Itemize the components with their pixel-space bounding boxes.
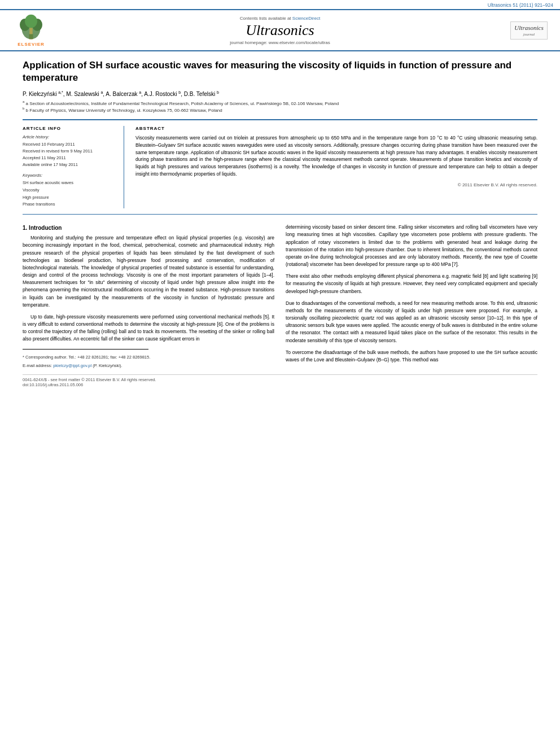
ultrasonics-logo-box: Ultrasonics journal [504,21,554,40]
svg-rect-5 [29,28,32,34]
article-info-col: ARTICLE INFO Article history: Received 1… [23,126,124,208]
received-revised-date: Received in revised form 9 May 2011 [23,148,117,155]
footnote-email: E-mail address: pkielczy@ippt.gov.pl (P.… [23,362,274,369]
journal-header: ELSEVIER Contents lists available at Sci… [0,9,560,51]
svg-point-4 [25,15,37,28]
abstract-col: ABSTRACT Viscosity measurements were car… [135,126,537,208]
main-right-col: determining viscosity based on sinker de… [286,224,537,369]
bottom-line2: doi:10.1016/j.ultras.2011.05.006 [23,382,537,387]
citation-bar: Ultrasonics 51 (2011) 921–924 [0,0,560,9]
main-content: 1. Introduction Monitoring and studying … [23,224,537,369]
keywords-label: Keywords: [23,173,117,178]
section1-para2: Up to date, high-pressure viscosity meas… [23,313,274,343]
article-dates: Received 10 February 2011 Received in re… [23,141,117,168]
keyword-4: Phase transitions [23,201,117,208]
article-body: Application of SH surface acoustic waves… [0,51,560,399]
abstract-header: ABSTRACT [135,126,537,131]
sciencedirect-link[interactable]: ScienceDirect [292,16,320,21]
right-para4: To overcome the disadvantage of the bulk… [286,349,537,364]
section1-para2-text: Up to date, high-pressure viscosity meas… [23,313,274,343]
homepage-line: journal homepage: www.elsevier.com/locat… [56,40,504,45]
citation-text: Ultrasonics 51 (2011) 921–924 [488,2,553,8]
keyword-1: SH surface acoustic waves [23,180,117,187]
section1-title: 1. Introduction [23,225,274,231]
received-date: Received 10 February 2011 [23,141,117,148]
email-link[interactable]: pkielczy@ippt.gov.pl [53,363,91,368]
keywords-list: SH surface acoustic waves Viscosity High… [23,180,117,208]
ultrasonics-logo: Ultrasonics journal [510,21,547,40]
bottom-bar: 0041-624X/$ - see front matter © 2011 El… [23,374,537,387]
right-para2: There exist also other methods employing… [286,273,537,295]
elsevier-logo: ELSEVIER [6,14,56,47]
footnote-corresponding: * Corresponding author. Tel.: +48 22 826… [23,354,274,360]
keyword-3: High pressure [23,194,117,202]
journal-title: Ultrasonics [56,22,504,39]
main-left-col: 1. Introduction Monitoring and studying … [23,224,274,369]
elsevier-tree-icon [14,14,48,42]
footnote-divider [23,349,148,352]
elsevier-label: ELSEVIER [18,42,45,47]
journal-center: Contents lists available at ScienceDirec… [56,16,504,45]
info-abstract-section: ARTICLE INFO Article history: Received 1… [23,119,537,215]
right-para3: Due to disadvantages of the conventional… [286,300,537,344]
right-para1: determining viscosity based on sinker de… [286,224,537,268]
section1-para1: Monitoring and studying the pressure and… [23,234,274,309]
bottom-line1: 0041-624X/$ - see front matter © 2011 El… [23,377,537,382]
accepted-date: Accepted 11 May 2011 [23,155,117,161]
keyword-2: Viscosity [23,187,117,194]
copyright-line: © 2011 Elsevier B.V. All rights reserved… [135,182,537,187]
article-info-header: ARTICLE INFO [23,126,117,131]
history-label: Article history: [23,134,117,139]
section1-para1-text: Monitoring and studying the pressure and… [23,234,274,309]
contents-line: Contents lists available at ScienceDirec… [56,16,504,21]
affiliations: a a Section of Acoustoelectronics, Insti… [23,99,537,114]
available-date: Available online 17 May 2011 [23,161,117,168]
authors-line: P. Kiełczyński a,*, M. Szalewski a, A. B… [23,90,537,97]
affiliation-b: b b Faculty of Physics, Warsaw Universit… [23,106,537,113]
affiliation-a: a a Section of Acoustoelectronics, Insti… [23,99,537,107]
article-title: Application of SH surface acoustic waves… [23,59,537,84]
authors-text: P. Kiełczyński a,*, M. Szalewski a, A. B… [23,91,219,97]
abstract-text: Viscosity measurements were carried out … [135,134,537,178]
